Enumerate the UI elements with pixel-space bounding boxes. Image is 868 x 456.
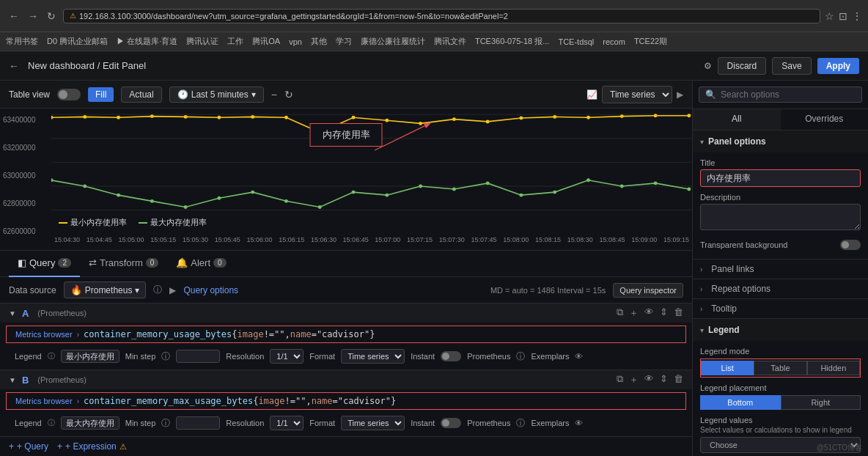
query-section-a-header[interactable]: ▼ A (Prometheus) ⧉ ＋ 👁 ⇕ 🗑: [0, 304, 692, 323]
format-select-b[interactable]: Time series: [341, 416, 405, 430]
visibility-icon-a[interactable]: 👁: [644, 306, 654, 320]
copy-icon-b[interactable]: ⧉: [617, 373, 623, 386]
search-input[interactable]: [721, 89, 856, 100]
minstep-input-b[interactable]: [176, 416, 220, 430]
address-bar[interactable]: ⚠ 192.168.3.100:3000/dashboard/new?utm_s…: [63, 9, 820, 23]
move-icon-b[interactable]: ⇕: [660, 373, 668, 386]
svg-point-9: [184, 115, 188, 119]
move-icon-a[interactable]: ⇕: [660, 306, 668, 320]
tooltip-row[interactable]: › Tooltip: [693, 299, 868, 319]
reload-button[interactable]: ↻: [44, 9, 59, 23]
metrics-browser-label-a[interactable]: Metrics browser: [15, 330, 73, 339]
query-section-b-header[interactable]: ▼ B (Prometheus) ⧉ ＋ 👁 ⇕ 🗑: [0, 370, 692, 389]
refresh-button[interactable]: ↻: [284, 89, 293, 100]
legend-color-max: [139, 222, 147, 224]
extensions-icon[interactable]: ⊡: [839, 10, 847, 22]
panel-links-row[interactable]: › Panel links: [693, 260, 868, 279]
bookmark-item[interactable]: 学习: [336, 36, 352, 47]
bookmark-item[interactable]: 常用书签: [6, 36, 38, 47]
bookmark-item[interactable]: vpn: [289, 37, 302, 46]
legend-values-desc: Select values or calculations to show in…: [700, 426, 861, 434]
legend-input-a[interactable]: [61, 350, 119, 363]
visibility-icon-b[interactable]: 👁: [644, 373, 654, 386]
prometheus-info-icon-a[interactable]: ⓘ: [516, 350, 525, 363]
tab-transform[interactable]: ⇄ Transform 0: [80, 251, 167, 277]
legend-mode-table[interactable]: Table: [754, 361, 806, 375]
add-icon-a[interactable]: ＋: [629, 306, 639, 320]
tooltip-chevron: ›: [700, 305, 702, 313]
legend-mode-hidden[interactable]: Hidden: [807, 361, 860, 375]
back-button[interactable]: ←: [6, 9, 22, 23]
bookmark-item[interactable]: 腾讯文件: [434, 36, 466, 47]
instant-toggle-a[interactable]: [441, 351, 461, 361]
datasource-info-icon[interactable]: ⓘ: [153, 284, 162, 296]
minstep-info-icon-b[interactable]: ⓘ: [161, 417, 170, 430]
time-series-select[interactable]: Time series: [602, 86, 672, 103]
bookmark-item[interactable]: TCE22期: [634, 36, 667, 47]
expand-icon[interactable]: ▶: [169, 285, 176, 295]
panel-options-header[interactable]: ▾ Panel options: [693, 130, 868, 152]
instant-toggle-b[interactable]: [441, 418, 461, 428]
query-inspector-button[interactable]: Query inspector: [613, 283, 683, 298]
bookmark-item[interactable]: 工作: [227, 36, 243, 47]
menu-icon[interactable]: ⋮: [852, 10, 862, 22]
bookmark-item[interactable]: recom: [603, 37, 625, 46]
delete-icon-b[interactable]: 🗑: [674, 373, 683, 386]
apply-button[interactable]: Apply: [817, 58, 859, 74]
datasource-select[interactable]: 🔥 Prometheus ▾: [64, 282, 147, 298]
tab-alert[interactable]: 🔔 Alert 0: [167, 251, 235, 277]
table-view-toggle[interactable]: [57, 89, 81, 100]
search-input-wrapper[interactable]: 🔍: [699, 87, 862, 103]
discard-button[interactable]: Discard: [718, 57, 767, 75]
minstep-input-a[interactable]: [176, 350, 220, 363]
legend-mode-list[interactable]: List: [701, 361, 754, 375]
title-input[interactable]: [700, 169, 861, 187]
fill-button[interactable]: Fill: [88, 87, 114, 102]
tab-overrides[interactable]: Overrides: [781, 109, 869, 130]
actual-button[interactable]: Actual: [121, 87, 161, 103]
prometheus-info-icon-b[interactable]: ⓘ: [516, 417, 525, 430]
query-options-link[interactable]: Query options: [183, 285, 238, 295]
exemplars-eye-icon-b[interactable]: 👁: [575, 419, 583, 427]
star-icon[interactable]: ☆: [825, 10, 834, 22]
transparent-bg-toggle[interactable]: [840, 240, 861, 250]
query-section-a: ▼ A (Prometheus) ⧉ ＋ 👁 ⇕ 🗑 Metrics brows…: [0, 304, 692, 370]
settings-icon[interactable]: ⚙: [704, 61, 712, 71]
bookmark-item[interactable]: TCE360-075-18 报...: [475, 36, 550, 47]
save-button[interactable]: Save: [772, 57, 811, 75]
resolution-select-b[interactable]: 1/1: [270, 416, 304, 430]
time-range-button[interactable]: 🕐 Last 5 minutes ▾: [169, 87, 264, 103]
add-icon-b[interactable]: ＋: [629, 373, 639, 386]
description-textarea[interactable]: [700, 204, 861, 230]
metrics-browser-label-b[interactable]: Metrics browser: [15, 397, 73, 405]
legend-info-icon-a[interactable]: ⓘ: [48, 351, 55, 361]
copy-icon-a[interactable]: ⧉: [617, 306, 623, 320]
zoom-out-button[interactable]: −: [271, 89, 277, 100]
bookmark-item[interactable]: D0 腾讯企业邮箱: [47, 36, 108, 47]
add-expression-button[interactable]: + + Expression ⚠: [57, 441, 127, 452]
forward-button[interactable]: →: [25, 9, 41, 23]
bookmark-item[interactable]: ▶ 在线题库·育道: [117, 36, 177, 47]
panel-options-expand-icon[interactable]: ▶: [677, 89, 683, 100]
bookmark-item[interactable]: TCE-tdsql: [558, 37, 594, 46]
exemplars-eye-icon-a[interactable]: 👁: [575, 352, 583, 361]
format-select-a[interactable]: Time series: [341, 349, 405, 364]
tab-query[interactable]: ◧ Query 2: [9, 251, 80, 277]
bookmark-item[interactable]: 腾讯OA: [252, 36, 280, 47]
bookmark-item[interactable]: 其他: [311, 36, 327, 47]
bookmark-item[interactable]: 腾讯认证: [186, 36, 218, 47]
legend-placement-right[interactable]: Right: [781, 395, 861, 410]
add-query-button[interactable]: + + Query: [9, 441, 48, 452]
minstep-info-icon-a[interactable]: ⓘ: [161, 350, 170, 363]
legend-placement-bottom[interactable]: Bottom: [700, 395, 781, 410]
resolution-select-a[interactable]: 1/1: [270, 349, 304, 364]
svg-point-26: [83, 185, 87, 188]
back-to-dashboard-button[interactable]: ←: [9, 60, 19, 72]
delete-icon-a[interactable]: 🗑: [674, 306, 683, 320]
bookmark-item[interactable]: 廉德公廉往履统计: [361, 36, 425, 47]
legend-input-b[interactable]: [61, 416, 119, 430]
repeat-options-row[interactable]: › Repeat options: [693, 279, 868, 299]
tab-all[interactable]: All: [693, 109, 781, 130]
legend-info-icon-b[interactable]: ⓘ: [48, 418, 55, 428]
legend-section-header[interactable]: ▾ Legend: [693, 319, 868, 341]
